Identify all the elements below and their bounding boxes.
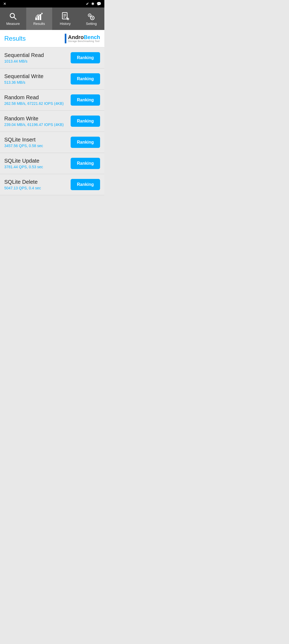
tab-setting[interactable]: Setting — [78, 7, 105, 30]
result-name-sqlite-update: SQLite Update — [4, 158, 71, 164]
result-row-sqlite-delete: SQLite Delete 5047.13 QPS, 0.4 sec Ranki… — [0, 174, 104, 195]
ranking-button-sequential-read[interactable]: Ranking — [71, 52, 100, 63]
search-icon — [9, 12, 17, 21]
brand-subtitle: Storage Benchmarking Tool — [68, 40, 100, 43]
result-info-sqlite-delete: SQLite Delete 5047.13 QPS, 0.4 sec — [4, 179, 71, 190]
close-icon: ✕ — [3, 2, 6, 6]
check-icon: ✔ — [86, 2, 89, 6]
result-name-sequential-write: Sequential Write — [4, 73, 71, 79]
chart-icon — [35, 12, 43, 21]
brand-name: AndroBench — [68, 34, 100, 40]
brand-text: AndroBench Storage Benchmarking Tool — [68, 34, 100, 43]
ranking-button-random-write[interactable]: Ranking — [71, 116, 100, 127]
brand-logo: AndroBench Storage Benchmarking Tool — [65, 34, 100, 43]
result-info-random-write: Random Write 239.04 MB/s, 61196.47 IOPS … — [4, 116, 71, 127]
result-name-sequential-read: Sequential Read — [4, 52, 71, 58]
result-row-random-write: Random Write 239.04 MB/s, 61196.47 IOPS … — [0, 111, 104, 132]
brand-bar-accent — [65, 34, 66, 43]
ranking-button-sequential-write[interactable]: Ranking — [71, 73, 100, 85]
result-name-sqlite-delete: SQLite Delete — [4, 179, 71, 185]
result-value-sqlite-delete: 5047.13 QPS, 0.4 sec — [4, 186, 71, 190]
result-value-random-read: 262.58 MB/s, 67221.62 IOPS (4KB) — [4, 101, 71, 106]
result-info-sqlite-insert: SQLite Insert 3457.56 QPS, 0.58 sec — [4, 137, 71, 148]
result-info-sqlite-update: SQLite Update 3781.44 QPS, 0.53 sec — [4, 158, 71, 169]
result-row-sequential-read: Sequential Read 1013.44 MB/s Ranking — [0, 47, 104, 68]
status-bar: ✕ ✔ ✱ 💬 — [0, 0, 104, 7]
tab-history-label: History — [60, 22, 71, 26]
header: Results AndroBench Storage Benchmarking … — [0, 30, 104, 47]
result-info-sequential-read: Sequential Read 1013.44 MB/s — [4, 52, 71, 63]
result-row-sequential-write: Sequential Write 513.36 MB/s Ranking — [0, 68, 104, 90]
svg-rect-3 — [37, 16, 39, 20]
result-row-random-read: Random Read 262.58 MB/s, 67221.62 IOPS (… — [0, 90, 104, 111]
svg-line-1 — [14, 17, 16, 20]
page-title: Results — [4, 35, 26, 42]
results-list: Sequential Read 1013.44 MB/s Ranking Seq… — [0, 47, 104, 195]
ranking-button-random-read[interactable]: Ranking — [71, 94, 100, 106]
tab-history[interactable]: History — [52, 7, 78, 30]
svg-rect-2 — [35, 17, 37, 20]
svg-point-11 — [92, 17, 93, 18]
tab-measure[interactable]: Measure — [0, 7, 26, 30]
result-value-sqlite-update: 3781.44 QPS, 0.53 sec — [4, 165, 71, 169]
result-value-random-write: 239.04 MB/s, 61196.47 IOPS (4KB) — [4, 122, 71, 127]
result-name-sqlite-insert: SQLite Insert — [4, 137, 71, 143]
bluetooth-icon: ✱ — [91, 2, 94, 6]
tab-bar: Measure Results History Setting — [0, 7, 104, 30]
result-value-sqlite-insert: 3457.56 QPS, 0.58 sec — [4, 144, 71, 148]
document-icon — [61, 12, 70, 21]
tab-results[interactable]: Results — [26, 7, 52, 30]
result-info-sequential-write: Sequential Write 513.36 MB/s — [4, 73, 71, 85]
ranking-button-sqlite-update[interactable]: Ranking — [71, 158, 100, 169]
svg-point-13 — [89, 15, 90, 16]
gear-icon — [87, 12, 96, 21]
result-row-sqlite-update: SQLite Update 3781.44 QPS, 0.53 sec Rank… — [0, 153, 104, 174]
ranking-button-sqlite-delete[interactable]: Ranking — [71, 179, 100, 190]
svg-point-0 — [10, 13, 14, 18]
result-value-sequential-write: 513.36 MB/s — [4, 80, 71, 85]
tab-measure-label: Measure — [6, 22, 20, 26]
result-row-sqlite-insert: SQLite Insert 3457.56 QPS, 0.58 sec Rank… — [0, 132, 104, 153]
result-value-sequential-read: 1013.44 MB/s — [4, 59, 71, 63]
ranking-button-sqlite-insert[interactable]: Ranking — [71, 137, 100, 148]
chat-icon: 💬 — [97, 2, 101, 6]
result-info-random-read: Random Read 262.58 MB/s, 67221.62 IOPS (… — [4, 94, 71, 106]
tab-results-label: Results — [33, 22, 45, 26]
tab-setting-label: Setting — [86, 22, 97, 26]
result-name-random-read: Random Read — [4, 94, 71, 101]
result-name-random-write: Random Write — [4, 116, 71, 122]
